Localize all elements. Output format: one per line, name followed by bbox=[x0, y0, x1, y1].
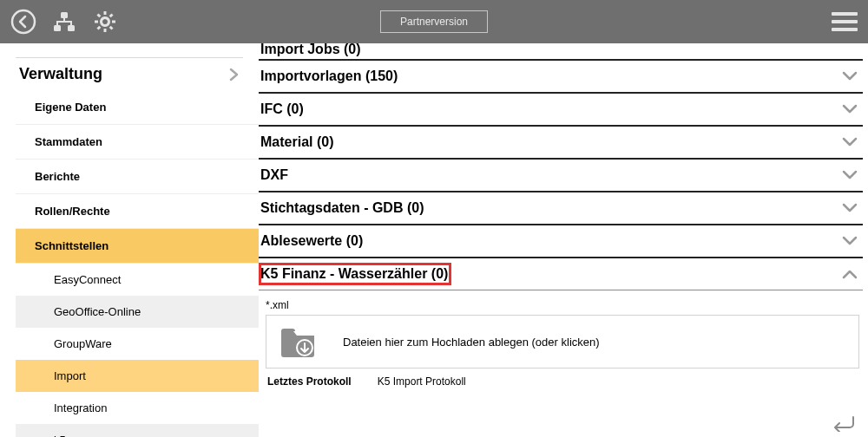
section-k5-finanz[interactable]: K5 Finanz - Wasserzähler (0) bbox=[259, 258, 863, 290]
sidebar-item-rollen-rechte[interactable]: Rollen/Rechte bbox=[16, 194, 259, 229]
section-truncated[interactable]: Import Jobs (0) bbox=[259, 43, 863, 61]
return-icon bbox=[832, 414, 856, 432]
chevron-down-icon bbox=[842, 137, 858, 147]
sidebar-item-schnittstellen[interactable]: Schnittstellen bbox=[16, 229, 259, 264]
hamburger-line-icon bbox=[832, 20, 858, 23]
section-material[interactable]: Material (0) bbox=[259, 127, 863, 160]
content-container: Verwaltung Eigene Daten Stammdaten Beric… bbox=[0, 43, 868, 437]
app-header: Partnerversion bbox=[0, 0, 868, 43]
network-icon bbox=[52, 10, 76, 34]
filetype-label: *.xml bbox=[266, 296, 859, 315]
upload-area: *.xml Dateien hier zum Hochladen ablegen… bbox=[259, 290, 863, 388]
chevron-down-icon bbox=[842, 236, 858, 246]
chevron-down-icon bbox=[842, 203, 858, 213]
upload-folder-icon bbox=[279, 324, 317, 359]
chevron-down-icon bbox=[842, 104, 858, 114]
sidebar-sub-integration[interactable]: Integration bbox=[16, 392, 259, 424]
sidebar-sub-groupware[interactable]: GroupWare bbox=[16, 328, 259, 360]
partner-button[interactable]: Partnerversion bbox=[380, 10, 488, 33]
sidebar-sub-easyconnect[interactable]: EasyConnect bbox=[16, 264, 259, 296]
section-title: K5 Finanz - Wasserzähler (0) bbox=[260, 266, 448, 282]
menu-button[interactable] bbox=[832, 12, 858, 31]
sidebar-sub-k5[interactable]: k5 bbox=[16, 424, 259, 437]
sidebar-item-stammdaten[interactable]: Stammdaten bbox=[16, 125, 259, 160]
section-title: Ablesewerte (0) bbox=[260, 233, 363, 249]
section-title: Import Jobs (0) bbox=[260, 43, 361, 57]
sidebar-sub-import[interactable]: Import bbox=[16, 360, 259, 392]
sidebar-sublist: EasyConnect GeoOffice-Online GroupWare I… bbox=[16, 264, 259, 437]
header-center: Partnerversion bbox=[380, 10, 488, 33]
chevron-down-icon bbox=[842, 71, 858, 82]
section-ablesewerte[interactable]: Ablesewerte (0) bbox=[259, 225, 863, 258]
chevron-up-icon bbox=[842, 269, 858, 279]
protocol-value[interactable]: K5 Import Protokoll bbox=[378, 375, 466, 388]
svg-rect-3 bbox=[68, 25, 75, 31]
protocol-label: Letztes Protokoll bbox=[267, 375, 352, 388]
sidebar-sub-geooffice[interactable]: GeoOffice-Online bbox=[16, 296, 259, 328]
section-title: IFC (0) bbox=[260, 101, 304, 117]
svg-line-8 bbox=[98, 15, 101, 17]
main-panel: Import Jobs (0) Importvorlagen (150) IFC… bbox=[259, 43, 868, 437]
dropzone[interactable]: Dateien hier zum Hochladen ablegen (oder… bbox=[266, 315, 859, 369]
sidebar-title-row[interactable]: Verwaltung bbox=[16, 57, 243, 90]
back-icon bbox=[10, 9, 36, 35]
svg-line-9 bbox=[110, 27, 113, 29]
back-button[interactable] bbox=[10, 9, 36, 35]
svg-rect-2 bbox=[54, 25, 61, 31]
header-left bbox=[10, 9, 118, 35]
sidebar-list: Eigene Daten Stammdaten Berichte Rollen/… bbox=[16, 90, 259, 437]
chevron-down-icon bbox=[842, 170, 858, 180]
svg-line-11 bbox=[110, 15, 113, 17]
sidebar-title: Verwaltung bbox=[19, 65, 102, 83]
svg-rect-1 bbox=[61, 12, 68, 18]
settings-button[interactable] bbox=[92, 9, 118, 35]
sidebar-item-eigene-daten[interactable]: Eigene Daten bbox=[16, 90, 259, 125]
section-dxf[interactable]: DXF bbox=[259, 160, 863, 192]
return-button[interactable] bbox=[832, 414, 856, 432]
chevron-right-icon bbox=[227, 67, 240, 82]
section-ifc[interactable]: IFC (0) bbox=[259, 94, 863, 127]
protocol-row: Letztes Protokoll K5 Import Protokoll bbox=[266, 369, 859, 388]
svg-point-0 bbox=[12, 10, 35, 33]
section-title: DXF bbox=[260, 167, 288, 183]
section-stichtagsdaten[interactable]: Stichtagsdaten - GDB (0) bbox=[259, 192, 863, 225]
network-button[interactable] bbox=[52, 10, 76, 34]
hamburger-line-icon bbox=[832, 28, 858, 31]
section-title: Stichtagsdaten - GDB (0) bbox=[260, 200, 424, 216]
sidebar: Verwaltung Eigene Daten Stammdaten Beric… bbox=[0, 43, 259, 437]
svg-line-10 bbox=[98, 27, 101, 29]
section-title: Material (0) bbox=[260, 134, 333, 150]
section-title: Importvorlagen (150) bbox=[260, 68, 398, 84]
hamburger-line-icon bbox=[832, 12, 858, 16]
gear-icon bbox=[92, 9, 118, 35]
dropzone-text: Dateien hier zum Hochladen ablegen (oder… bbox=[343, 336, 600, 349]
section-importvorlagen[interactable]: Importvorlagen (150) bbox=[259, 61, 863, 94]
sidebar-item-berichte[interactable]: Berichte bbox=[16, 160, 259, 194]
